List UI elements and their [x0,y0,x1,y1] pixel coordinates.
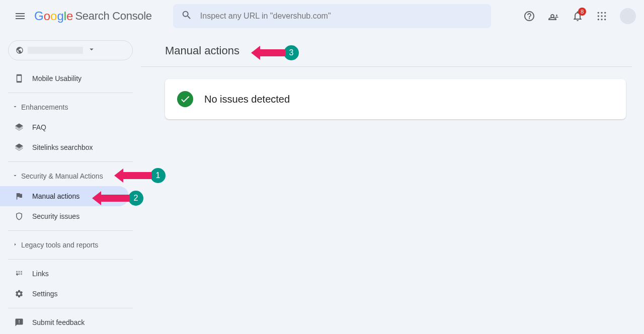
sidebar-group-enhancements[interactable]: Enhancements [0,97,141,117]
sidebar-item-sitelinks[interactable]: Sitelinks searchbox [0,137,141,157]
sidebar-item-label: Manual actions [32,192,79,200]
svg-point-3 [598,15,599,17]
divider [8,308,133,308]
svg-point-4 [601,15,602,17]
divider [141,66,632,67]
gear-icon [14,289,24,298]
sidebar-item-label: FAQ [32,123,46,131]
status-card: No issues detected [165,79,626,119]
sidebar-item-label: Settings [32,290,58,298]
svg-point-2 [604,12,606,14]
chevron-right-icon [12,241,18,249]
divider [8,93,133,93]
svg-point-7 [601,19,602,20]
check-circle-icon [177,91,193,107]
google-search-console-logo[interactable]: Google Search Console [34,9,152,23]
sidebar-item-faq[interactable]: FAQ [0,117,141,137]
sidebar-group-legacy[interactable]: Legacy tools and reports [0,235,141,255]
manage-users-icon[interactable] [543,6,564,26]
sidebar-group-label: Legacy tools and reports [21,241,98,249]
status-text: No issues detected [204,94,290,105]
sidebar-item-label: Submit feedback [32,318,85,326]
flag-icon [14,192,24,201]
chevron-down-icon [12,103,18,111]
divider [8,230,133,231]
search-input[interactable] [200,12,483,21]
url-inspect-search[interactable] [173,4,491,28]
svg-point-6 [598,19,599,20]
sidebar-item-security-issues[interactable]: Security issues [0,206,141,226]
layers-icon [14,143,24,152]
sidebar-item-label: Mobile Usability [32,74,82,82]
property-name [28,47,83,54]
logo-label: Search Console [75,10,151,23]
sidebar-item-label: Sitelinks searchbox [32,143,93,151]
help-icon[interactable] [519,6,539,26]
links-icon [14,269,24,278]
layers-icon [14,123,24,132]
shield-icon [14,212,24,221]
sidebar-item-settings[interactable]: Settings [0,284,141,304]
google-apps-icon[interactable] [592,6,612,26]
divider [8,259,133,260]
notifications-icon[interactable]: 8 [568,6,588,26]
svg-point-8 [604,19,606,20]
sidebar-group-label: Enhancements [21,103,68,111]
svg-point-5 [604,15,606,17]
sidebar-item-label: Security issues [32,212,79,220]
chevron-down-icon [87,45,96,56]
sidebar-item-label: Links [32,270,49,278]
search-icon [181,10,192,23]
divider [8,161,133,162]
svg-point-0 [598,12,599,14]
sidebar-group-label: Security & Manual Actions [21,172,103,180]
mobile-icon [14,74,24,83]
sidebar-item-links[interactable]: Links [0,264,141,284]
sidebar-item-mobile-usability[interactable]: Mobile Usability [0,68,141,89]
account-avatar[interactable] [620,8,636,24]
chevron-down-icon [12,172,18,180]
globe-icon [16,46,24,54]
sidebar-item-manual-actions[interactable]: Manual actions [0,186,129,206]
feedback-icon [14,318,24,327]
page-title: Manual actions [165,44,632,57]
property-selector[interactable] [8,40,133,60]
svg-point-1 [601,12,602,14]
sidebar-group-security[interactable]: Security & Manual Actions [0,166,141,186]
hamburger-menu-icon[interactable] [8,4,32,28]
sidebar-item-submit-feedback[interactable]: Submit feedback [0,312,141,332]
notification-badge: 8 [578,8,586,16]
